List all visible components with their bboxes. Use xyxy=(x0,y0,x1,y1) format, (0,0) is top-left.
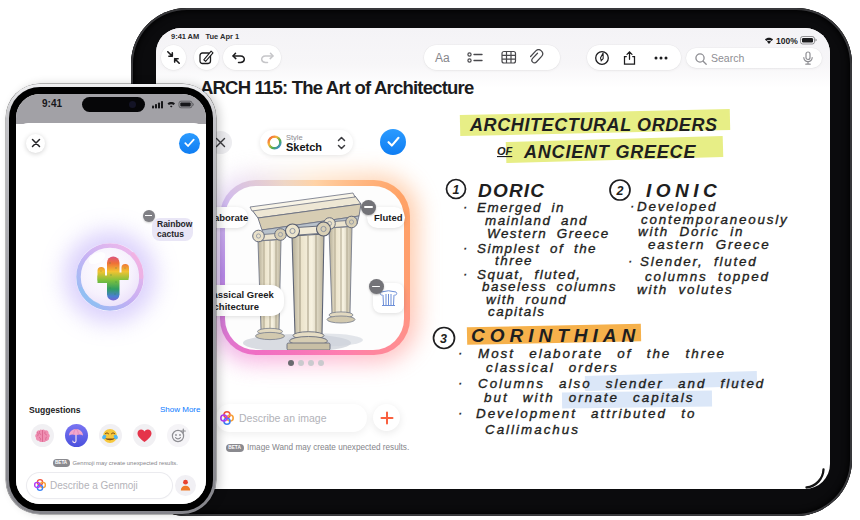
svg-text:classical orders: classical orders xyxy=(486,360,619,375)
svg-text:Callimachus: Callimachus xyxy=(485,422,580,437)
svg-text:CORINTHIAN: CORINTHIAN xyxy=(471,325,640,346)
svg-text:Development attributed to: Development attributed to xyxy=(476,406,696,421)
svg-text:2: 2 xyxy=(616,184,624,198)
svg-text:three: three xyxy=(495,253,533,268)
svg-text:ARCHITECTURAL ORDERS: ARCHITECTURAL ORDERS xyxy=(469,115,718,135)
svg-text:·: · xyxy=(458,345,464,360)
svg-text:IONIC: IONIC xyxy=(646,180,721,201)
svg-text:but with ornate capitals: but with ornate capitals xyxy=(484,390,694,405)
svg-text:·: · xyxy=(630,198,636,213)
svg-text:·: · xyxy=(458,375,464,390)
svg-text:OF: OF xyxy=(497,145,513,157)
svg-text:Columns also slender and flute: Columns also slender and fluted xyxy=(478,376,765,391)
svg-text:·: · xyxy=(463,266,469,281)
svg-text:Most elaborate of the three: Most elaborate of the three xyxy=(478,346,726,361)
svg-text:Slender, fluted: Slender, fluted xyxy=(640,254,758,269)
svg-text:·: · xyxy=(463,199,469,214)
svg-text:eastern Greece: eastern Greece xyxy=(648,237,771,252)
svg-text:capitals: capitals xyxy=(488,304,545,319)
svg-text:·: · xyxy=(463,240,469,255)
svg-text:·: · xyxy=(458,405,464,420)
svg-text:Western Greece: Western Greece xyxy=(487,226,610,241)
svg-text:1: 1 xyxy=(453,183,460,197)
svg-text:3: 3 xyxy=(440,332,447,346)
svg-text:ANCIENT GREECE: ANCIENT GREECE xyxy=(523,142,696,162)
svg-text:with volutes: with volutes xyxy=(637,282,734,297)
svg-text:DORIC: DORIC xyxy=(478,180,545,201)
svg-text:·: · xyxy=(628,253,634,268)
